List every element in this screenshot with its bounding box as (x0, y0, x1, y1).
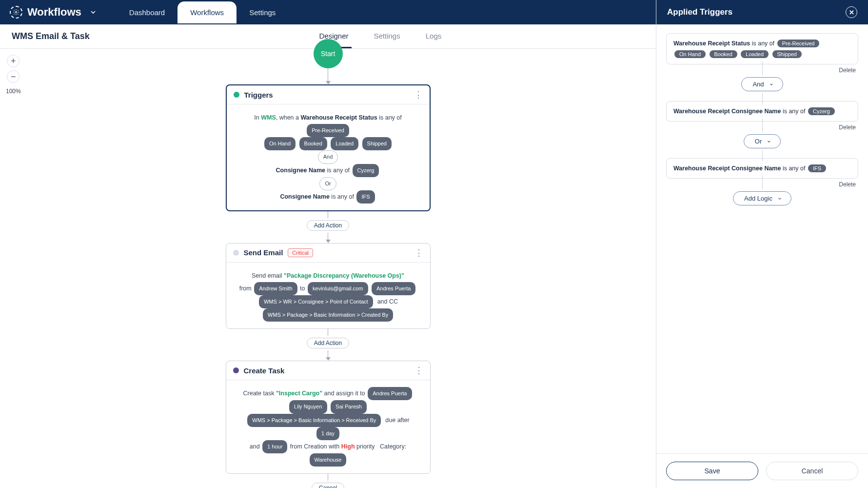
zoom-out-button[interactable]: − (7, 70, 20, 83)
nav-workflows[interactable]: Workflows (178, 1, 237, 23)
add-logic-button[interactable]: Add Logic (733, 191, 791, 205)
brand-label: Workflows (27, 6, 81, 19)
kebab-icon[interactable]: ⋮ (414, 248, 423, 257)
trigger-item[interactable]: Warehouse Receipt Status is any of Pre-R… (666, 33, 858, 64)
svg-point-0 (15, 11, 17, 13)
kebab-icon[interactable]: ⋮ (414, 366, 423, 375)
status-dot (233, 250, 239, 256)
send-email-card[interactable]: Send Email Critical ⋮ Send email "Packag… (226, 243, 431, 329)
tab-logs[interactable]: Logs (423, 25, 445, 48)
delete-button[interactable]: Delete (839, 181, 856, 188)
add-action-button[interactable]: Add Action (307, 338, 349, 348)
card-title: Create Task (244, 366, 285, 375)
logic-and-select[interactable]: And (741, 77, 783, 91)
brand[interactable]: Workflows (10, 6, 97, 19)
add-action-button[interactable]: Add Action (307, 220, 349, 231)
chevron-down-icon (767, 139, 771, 144)
and-pill: And (318, 150, 338, 163)
zoom-level: 100% (6, 88, 21, 95)
panel-title: Applied Triggers (667, 7, 732, 17)
nav-dashboard[interactable]: Dashboard (117, 1, 178, 23)
card-title: Send Email (244, 248, 283, 257)
delete-button[interactable]: Delete (839, 124, 856, 131)
status-dot (234, 92, 239, 98)
chevron-down-icon (89, 8, 97, 16)
delete-button[interactable]: Delete (839, 67, 856, 74)
applied-triggers-panel: Applied Triggers ✕ Warehouse Receipt Sta… (656, 0, 868, 488)
zoom-in-button[interactable]: + (7, 55, 20, 67)
cancel-button[interactable]: Cancel (312, 483, 344, 488)
critical-badge: Critical (288, 248, 313, 257)
logic-or-select[interactable]: Or (744, 134, 781, 148)
chevron-down-icon (769, 82, 774, 87)
triggers-card[interactable]: Triggers ⋮ In WMS, when a Warehouse Rece… (226, 84, 431, 211)
create-task-card[interactable]: Create Task ⋮ Create task "Inspect Cargo… (226, 361, 431, 474)
tab-settings[interactable]: Settings (371, 25, 403, 48)
chevron-down-icon (777, 196, 782, 201)
kebab-icon[interactable]: ⋮ (414, 90, 423, 99)
card-title: Triggers (244, 91, 273, 99)
start-node[interactable]: Start (314, 39, 343, 68)
save-button[interactable]: Save (666, 462, 758, 480)
cancel-button[interactable]: Cancel (766, 462, 858, 480)
gear-icon (10, 6, 22, 19)
status-dot (233, 367, 239, 373)
nav-settings[interactable]: Settings (237, 1, 288, 23)
page-title: WMS Email & Task (12, 31, 90, 41)
close-icon[interactable]: ✕ (846, 6, 857, 18)
or-pill: Or (319, 177, 336, 190)
